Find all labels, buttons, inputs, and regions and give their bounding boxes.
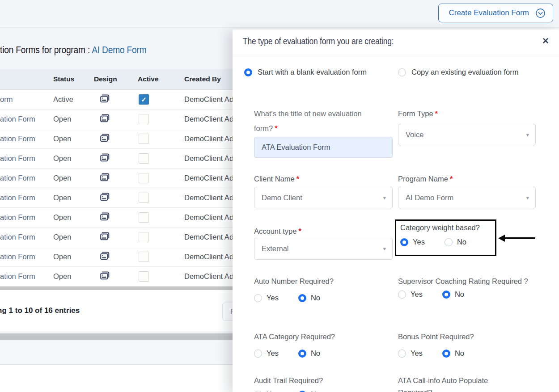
bonus-point-question: Bonus Point Required? Yes No [398,331,536,358]
yes-radio[interactable] [400,238,408,246]
form-name-link[interactable]: ation Form [0,194,35,202]
status-cell: Active [50,89,93,109]
supervisor-coaching-question: Supervisor Coaching Rating Required ? Ye… [398,275,530,299]
category-weight-label: Category weight based? [400,223,480,232]
yes-radio[interactable] [398,350,406,358]
caret-down-icon: ▾ [383,245,386,252]
design-icon[interactable] [100,271,110,282]
title-question-label: What's the title of new evaluation form?… [254,106,377,136]
form-name-link[interactable]: ation Form [0,213,35,221]
form-name-link[interactable]: orm [0,95,13,103]
category-weight-highlight-box: Category weight based? Yes No [395,219,496,256]
form-type-label: Form Type* [398,106,536,121]
design-icon[interactable] [100,94,110,105]
form-name-link[interactable]: ation Form [0,233,35,241]
page-title: tion Forms for program : AI Demo Form [0,44,168,56]
status-cell: Open [50,188,93,207]
column-header-active[interactable]: Active [136,69,179,89]
required-asterisk: * [296,175,299,183]
auto-number-question: Auto Number Required? Yes No [254,275,393,302]
no-radio[interactable] [298,391,306,392]
active-checkbox[interactable]: ✓ [139,153,149,164]
account-type-label: Account type* [254,224,301,239]
design-icon[interactable] [100,212,110,223]
pagination-info: Showing 1 to 10 of 16 entries [0,306,80,315]
caret-down-icon: ▾ [526,194,529,201]
no-radio[interactable] [298,294,306,302]
design-icon[interactable] [100,173,110,183]
modal-title: The type of evaluation form you are crea… [243,36,394,46]
design-icon[interactable] [100,252,110,262]
status-cell: Open [50,148,93,168]
form-name-link[interactable]: ation Form [0,115,35,123]
column-header-name[interactable] [0,69,50,89]
design-icon[interactable] [100,153,110,164]
active-checkbox[interactable]: ✓ [139,193,149,203]
active-checkbox[interactable]: ✓ [139,94,149,105]
active-checkbox[interactable]: ✓ [139,232,149,242]
ata-category-question: ATA Category Required? Yes No [254,331,393,358]
option-copy-form[interactable]: Copy an existing evaluation form [398,68,518,76]
status-cell: Open [50,227,93,247]
blank-form-radio[interactable] [244,68,252,76]
design-icon[interactable] [100,232,110,242]
status-cell: Open [50,129,93,148]
status-cell: Open [50,168,93,188]
yes-radio[interactable] [254,350,262,358]
no-radio[interactable] [298,350,306,358]
yes-radio[interactable] [254,294,262,302]
form-name-link[interactable]: ation Form [0,154,35,162]
create-evaluation-form-button[interactable]: Create Evaluation Form [438,4,553,22]
column-header-status[interactable]: Status [50,69,93,89]
close-icon[interactable]: ✕ [542,37,549,45]
active-checkbox[interactable]: ✓ [139,271,149,282]
copy-form-radio[interactable] [398,68,406,76]
no-radio[interactable] [442,291,450,299]
yes-radio[interactable] [398,291,406,299]
form-type-select[interactable]: Voice ▾ [398,124,536,145]
active-checkbox[interactable]: ✓ [139,114,149,124]
blank-form-label: Start with a blank evaluation form [258,68,367,76]
title-input[interactable] [254,137,393,158]
active-checkbox[interactable]: ✓ [139,134,149,144]
divider [233,56,559,56]
audit-trail-question: Audit Trail Required? Yes No [254,375,393,392]
page-title-text: tion Forms for program : [0,44,92,55]
no-radio[interactable] [445,238,453,246]
create-form-modal: The type of evaluation form you are crea… [233,30,559,392]
create-evaluation-form-label: Create Evaluation Form [449,8,529,17]
required-asterisk: * [450,175,453,183]
required-asterisk: * [275,124,277,132]
caret-down-icon: ▾ [526,131,529,138]
form-name-link[interactable]: ation Form [0,253,35,261]
program-name-label: Program Name* [398,172,453,186]
chevron-down-circle-icon [535,8,546,18]
topbar: Create Evaluation Form [0,0,559,28]
design-icon[interactable] [100,134,110,144]
form-name-link[interactable]: ation Form [0,174,35,182]
client-name-label: Client Name* [254,172,299,186]
form-name-link[interactable]: ation Form [0,272,35,280]
option-blank-form[interactable]: Start with a blank evaluation form [244,68,367,76]
client-name-select[interactable]: Demo Client ▾ [254,187,393,208]
active-checkbox[interactable]: ✓ [139,173,149,183]
status-cell: Open [50,247,93,266]
ata-callinfo-question: ATA Call-info Auto Populate Required? [398,375,511,392]
program-name-select[interactable]: AI Demo Form ▾ [398,187,536,208]
no-radio[interactable] [442,350,450,358]
column-header-design[interactable]: Design [93,69,136,89]
required-asterisk: * [435,110,438,118]
required-asterisk: * [298,227,301,235]
design-icon[interactable] [100,114,110,124]
form-name-link[interactable]: ation Form [0,135,35,143]
active-checkbox[interactable]: ✓ [139,212,149,223]
annotation-arrow-icon [498,234,536,242]
status-cell: Open [50,109,93,129]
design-icon[interactable] [100,193,110,203]
yes-radio[interactable] [254,391,262,392]
status-cell: Open [50,207,93,227]
active-checkbox[interactable]: ✓ [139,252,149,262]
status-cell: Open [50,266,93,286]
program-link[interactable]: AI Demo Form [92,44,146,55]
account-type-select[interactable]: External ▾ [254,238,393,260]
